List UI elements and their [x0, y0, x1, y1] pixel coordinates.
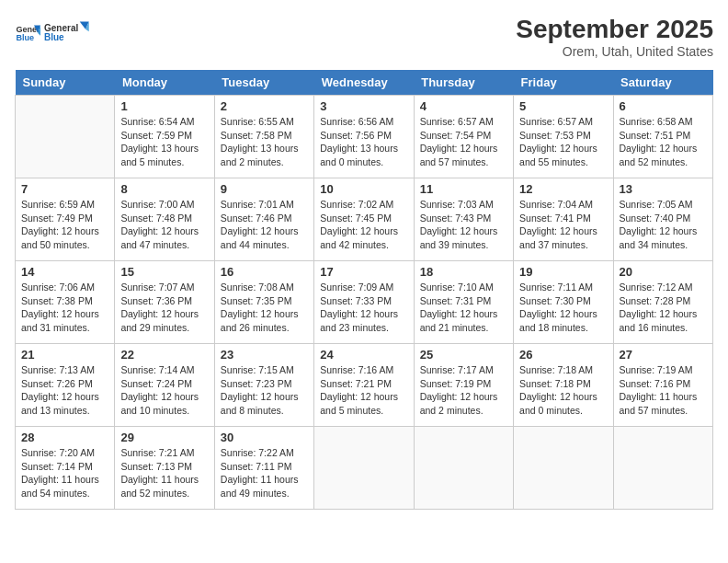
title-block: September 2025 Orem, Utah, United States: [516, 15, 713, 59]
header-saturday: Saturday: [613, 70, 712, 96]
page-header: General Blue General Blue September 2025…: [15, 15, 713, 59]
day-info: Sunrise: 7:22 AM Sunset: 7:11 PM Dayligh…: [221, 446, 308, 500]
week-row-2: 7Sunrise: 6:59 AM Sunset: 7:49 PM Daylig…: [16, 178, 713, 261]
day-cell: 13Sunrise: 7:05 AM Sunset: 7:40 PM Dayli…: [613, 178, 712, 261]
day-info: Sunrise: 6:58 AM Sunset: 7:51 PM Dayligh…: [620, 115, 707, 169]
day-info: Sunrise: 7:01 AM Sunset: 7:46 PM Dayligh…: [221, 198, 308, 252]
day-number: 14: [21, 265, 108, 279]
day-number: 10: [320, 182, 407, 196]
day-number: 19: [519, 265, 607, 279]
day-cell: 16Sunrise: 7:08 AM Sunset: 7:35 PM Dayli…: [214, 261, 313, 344]
day-cell: 23Sunrise: 7:15 AM Sunset: 7:23 PM Dayli…: [214, 344, 313, 427]
day-info: Sunrise: 7:09 AM Sunset: 7:33 PM Dayligh…: [320, 281, 407, 335]
header-sunday: Sunday: [16, 70, 115, 96]
calendar-table: SundayMondayTuesdayWednesdayThursdayFrid…: [15, 70, 713, 510]
day-info: Sunrise: 7:12 AM Sunset: 7:28 PM Dayligh…: [620, 281, 707, 335]
svg-text:Blue: Blue: [44, 32, 64, 42]
day-cell: 25Sunrise: 7:17 AM Sunset: 7:19 PM Dayli…: [414, 344, 513, 427]
day-number: 7: [21, 182, 108, 196]
day-number: 23: [221, 348, 308, 362]
day-info: Sunrise: 7:16 AM Sunset: 7:21 PM Dayligh…: [320, 363, 407, 418]
day-number: 12: [519, 182, 607, 196]
week-row-3: 14Sunrise: 7:06 AM Sunset: 7:38 PM Dayli…: [16, 261, 713, 344]
day-info: Sunrise: 6:57 AM Sunset: 7:53 PM Dayligh…: [519, 115, 607, 169]
day-number: 22: [120, 348, 208, 362]
header-tuesday: Tuesday: [214, 70, 313, 96]
day-cell: 2Sunrise: 6:55 AM Sunset: 7:58 PM Daylig…: [214, 96, 313, 178]
day-cell: 20Sunrise: 7:12 AM Sunset: 7:28 PM Dayli…: [613, 261, 712, 344]
day-info: Sunrise: 7:03 AM Sunset: 7:43 PM Dayligh…: [420, 198, 507, 252]
day-info: Sunrise: 7:21 AM Sunset: 7:13 PM Dayligh…: [120, 446, 208, 500]
day-number: 26: [519, 348, 607, 362]
day-info: Sunrise: 7:17 AM Sunset: 7:19 PM Dayligh…: [420, 363, 507, 418]
day-number: 27: [620, 348, 707, 362]
day-cell: 7Sunrise: 6:59 AM Sunset: 7:49 PM Daylig…: [16, 178, 115, 261]
day-cell: [16, 96, 115, 178]
day-number: 13: [620, 182, 707, 196]
day-info: Sunrise: 6:59 AM Sunset: 7:49 PM Dayligh…: [21, 198, 108, 252]
day-cell: [314, 427, 414, 510]
day-info: Sunrise: 7:07 AM Sunset: 7:36 PM Dayligh…: [120, 281, 208, 335]
day-cell: 30Sunrise: 7:22 AM Sunset: 7:11 PM Dayli…: [214, 427, 313, 510]
day-cell: 3Sunrise: 6:56 AM Sunset: 7:56 PM Daylig…: [314, 96, 414, 178]
day-info: Sunrise: 7:14 AM Sunset: 7:24 PM Dayligh…: [120, 363, 208, 418]
day-cell: 4Sunrise: 6:57 AM Sunset: 7:54 PM Daylig…: [414, 96, 513, 178]
day-number: 15: [120, 265, 208, 279]
day-number: 25: [420, 348, 507, 362]
day-info: Sunrise: 7:05 AM Sunset: 7:40 PM Dayligh…: [620, 198, 707, 252]
day-info: Sunrise: 7:15 AM Sunset: 7:23 PM Dayligh…: [221, 363, 308, 418]
day-cell: 21Sunrise: 7:13 AM Sunset: 7:26 PM Dayli…: [16, 344, 115, 427]
month-title: September 2025: [516, 15, 713, 44]
day-cell: 10Sunrise: 7:02 AM Sunset: 7:45 PM Dayli…: [314, 178, 414, 261]
day-number: 9: [221, 182, 308, 196]
day-number: 2: [221, 99, 308, 113]
day-info: Sunrise: 7:10 AM Sunset: 7:31 PM Dayligh…: [420, 281, 507, 335]
day-cell: 17Sunrise: 7:09 AM Sunset: 7:33 PM Dayli…: [314, 261, 414, 344]
day-info: Sunrise: 7:04 AM Sunset: 7:41 PM Dayligh…: [519, 198, 607, 252]
day-cell: 5Sunrise: 6:57 AM Sunset: 7:53 PM Daylig…: [514, 96, 613, 178]
day-cell: 15Sunrise: 7:07 AM Sunset: 7:36 PM Dayli…: [115, 261, 214, 344]
logo-icon: General Blue: [15, 20, 40, 46]
header-monday: Monday: [115, 70, 214, 96]
day-cell: 22Sunrise: 7:14 AM Sunset: 7:24 PM Dayli…: [115, 344, 214, 427]
day-info: Sunrise: 6:56 AM Sunset: 7:56 PM Dayligh…: [320, 115, 407, 169]
location: Orem, Utah, United States: [516, 44, 713, 59]
day-number: 4: [420, 99, 507, 113]
day-info: Sunrise: 7:06 AM Sunset: 7:38 PM Dayligh…: [21, 281, 108, 335]
day-number: 11: [420, 182, 507, 196]
day-info: Sunrise: 7:19 AM Sunset: 7:16 PM Dayligh…: [620, 363, 707, 418]
day-cell: 8Sunrise: 7:00 AM Sunset: 7:48 PM Daylig…: [115, 178, 214, 261]
day-info: Sunrise: 7:00 AM Sunset: 7:48 PM Dayligh…: [120, 198, 208, 252]
day-number: 20: [620, 265, 707, 279]
week-row-1: 1Sunrise: 6:54 AM Sunset: 7:59 PM Daylig…: [16, 96, 713, 178]
week-row-4: 21Sunrise: 7:13 AM Sunset: 7:26 PM Dayli…: [16, 344, 713, 427]
day-cell: 24Sunrise: 7:16 AM Sunset: 7:21 PM Dayli…: [314, 344, 414, 427]
day-number: 24: [320, 348, 407, 362]
day-cell: 12Sunrise: 7:04 AM Sunset: 7:41 PM Dayli…: [514, 178, 613, 261]
day-number: 28: [21, 431, 108, 444]
day-cell: [514, 427, 613, 510]
day-cell: 28Sunrise: 7:20 AM Sunset: 7:14 PM Dayli…: [16, 427, 115, 510]
day-cell: [613, 427, 712, 510]
day-info: Sunrise: 7:18 AM Sunset: 7:18 PM Dayligh…: [519, 363, 607, 418]
logo: General Blue General Blue: [15, 15, 90, 52]
day-number: 5: [519, 99, 607, 113]
day-number: 1: [120, 99, 208, 113]
day-info: Sunrise: 6:54 AM Sunset: 7:59 PM Dayligh…: [120, 115, 208, 169]
day-number: 21: [21, 348, 108, 362]
header-wednesday: Wednesday: [314, 70, 414, 96]
day-number: 3: [320, 99, 407, 113]
day-cell: 11Sunrise: 7:03 AM Sunset: 7:43 PM Dayli…: [414, 178, 513, 261]
day-info: Sunrise: 7:13 AM Sunset: 7:26 PM Dayligh…: [21, 363, 108, 418]
day-number: 6: [620, 99, 707, 113]
day-info: Sunrise: 6:55 AM Sunset: 7:58 PM Dayligh…: [221, 115, 308, 169]
svg-text:Blue: Blue: [16, 33, 34, 42]
day-cell: 18Sunrise: 7:10 AM Sunset: 7:31 PM Dayli…: [414, 261, 513, 344]
calendar-header-row: SundayMondayTuesdayWednesdayThursdayFrid…: [16, 70, 713, 96]
day-number: 29: [120, 431, 208, 444]
svg-text:General: General: [44, 23, 78, 33]
day-cell: 9Sunrise: 7:01 AM Sunset: 7:46 PM Daylig…: [214, 178, 313, 261]
day-cell: 6Sunrise: 6:58 AM Sunset: 7:51 PM Daylig…: [613, 96, 712, 178]
day-info: Sunrise: 7:11 AM Sunset: 7:30 PM Dayligh…: [519, 281, 607, 335]
day-cell: 14Sunrise: 7:06 AM Sunset: 7:38 PM Dayli…: [16, 261, 115, 344]
